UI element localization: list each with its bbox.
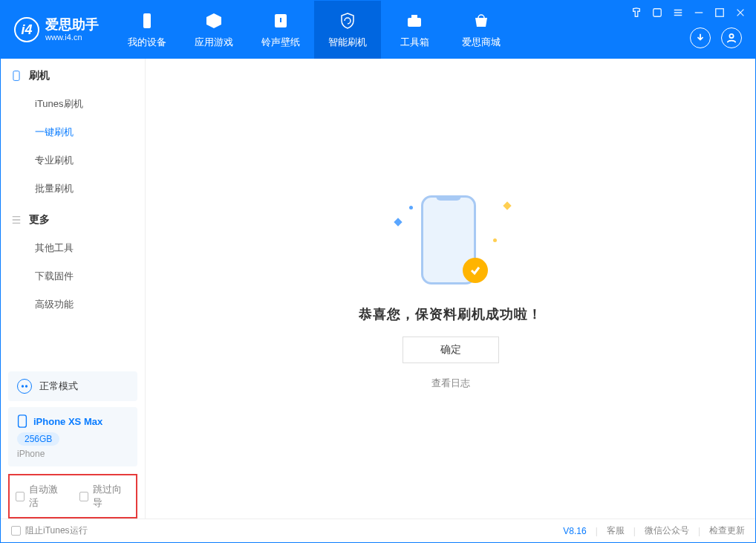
svg-rect-3 (411, 15, 417, 18)
sidebar-section-flash: 刷机 (1, 59, 145, 90)
options-row: 自动激活 跳过向导 (8, 474, 137, 518)
close-icon[interactable] (734, 7, 746, 19)
nav-label: 我的设备 (128, 36, 166, 49)
main-content: 恭喜您，保资料刷机成功啦！ 确定 查看日志 (146, 59, 755, 518)
sidebar-item-download-firmware[interactable]: 下载固件 (1, 262, 145, 290)
device-type: iPhone (17, 449, 128, 459)
checkbox-icon (16, 492, 25, 501)
minimize-icon[interactable] (693, 7, 705, 19)
mode-card[interactable]: 正常模式 (8, 371, 137, 401)
footer-link-update[interactable]: 检查更新 (709, 524, 745, 537)
app-logo: i4 爱思助手 www.i4.cn (1, 1, 114, 59)
sidebar-item-other-tools[interactable]: 其他工具 (1, 234, 145, 262)
phone-icon (17, 414, 27, 428)
footer: 阻止iTunes运行 V8.16 | 客服 | 微信公众号 | 检查更新 (1, 518, 755, 542)
sidebar: 刷机 iTunes刷机 一键刷机 专业刷机 批量刷机 更多 其他工具 下载固件 … (1, 59, 146, 518)
nav-tabs: 我的设备 应用游戏 铃声壁纸 智能刷机 工具箱 爱思商城 (114, 1, 515, 59)
nav-label: 智能刷机 (328, 36, 367, 49)
checkbox-block-itunes[interactable]: 阻止iTunes运行 (11, 524, 88, 537)
sidebar-item-oneclick-flash[interactable]: 一键刷机 (1, 118, 145, 146)
nav-tab-apps[interactable]: 应用游戏 (180, 1, 247, 59)
nav-label: 工具箱 (400, 36, 429, 49)
skin-icon[interactable] (630, 7, 642, 19)
download-button[interactable] (690, 27, 711, 48)
nav-label: 应用游戏 (195, 36, 233, 49)
sidebar-item-batch-flash[interactable]: 批量刷机 (1, 175, 145, 203)
nav-tab-toolbox[interactable]: 工具箱 (381, 1, 448, 59)
checkbox-label: 自动激活 (29, 483, 66, 510)
checkbox-icon (79, 492, 88, 501)
success-illustration (391, 188, 510, 292)
logo-icon: i4 (14, 17, 39, 42)
store-icon (471, 10, 492, 31)
version-label: V8.16 (563, 526, 586, 536)
sidebar-item-itunes-flash[interactable]: iTunes刷机 (1, 90, 145, 118)
menu-icon[interactable] (672, 7, 684, 19)
device-capacity: 256GB (17, 432, 59, 446)
checkbox-icon (11, 526, 21, 536)
view-log-link[interactable]: 查看日志 (431, 377, 470, 390)
mode-icon (17, 379, 32, 394)
ok-button[interactable]: 确定 (403, 336, 499, 363)
device-name: iPhone XS Max (33, 416, 102, 427)
app-subtitle: www.i4.cn (45, 33, 99, 42)
checkbox-label: 跳过向导 (93, 483, 130, 510)
svg-point-8 (22, 385, 24, 387)
toolbox-icon (404, 10, 425, 31)
sidebar-section-more: 更多 (1, 203, 145, 234)
cube-icon (203, 10, 224, 31)
nav-tab-flash[interactable]: 智能刷机 (314, 1, 381, 59)
mode-label: 正常模式 (39, 380, 78, 393)
window-controls (630, 7, 746, 19)
svg-point-9 (25, 385, 27, 387)
check-icon (463, 258, 488, 283)
svg-rect-10 (19, 415, 27, 427)
checkbox-skip-guide[interactable]: 跳过向导 (79, 483, 130, 510)
device-card[interactable]: iPhone XS Max 256GB iPhone (8, 407, 137, 466)
header-actions (690, 27, 742, 48)
nav-label: 铃声壁纸 (261, 36, 300, 49)
success-message: 恭喜您，保资料刷机成功啦！ (359, 305, 542, 323)
svg-rect-0 (143, 13, 151, 28)
sidebar-item-advanced[interactable]: 高级功能 (1, 290, 145, 319)
music-icon (270, 10, 291, 31)
device-icon (137, 10, 157, 31)
sidebar-item-pro-flash[interactable]: 专业刷机 (1, 146, 145, 175)
user-button[interactable] (721, 27, 742, 48)
nav-tab-store[interactable]: 爱思商城 (448, 1, 515, 59)
app-title: 爱思助手 (45, 18, 99, 33)
checkbox-label: 阻止iTunes运行 (25, 524, 88, 537)
footer-link-support[interactable]: 客服 (607, 524, 625, 537)
maximize-icon[interactable] (714, 7, 726, 19)
svg-rect-2 (408, 18, 421, 27)
header: i4 爱思助手 www.i4.cn 我的设备 应用游戏 铃声壁纸 智能刷机 工具… (1, 1, 755, 59)
refresh-shield-icon (337, 10, 358, 31)
feedback-icon[interactable] (651, 7, 663, 19)
list-icon (11, 215, 22, 225)
checkbox-auto-activate[interactable]: 自动激活 (16, 483, 66, 510)
svg-rect-5 (716, 9, 724, 17)
nav-label: 爱思商城 (462, 36, 501, 49)
phone-icon (11, 71, 22, 81)
svg-rect-7 (13, 71, 19, 81)
section-title: 更多 (29, 213, 50, 227)
svg-point-6 (729, 34, 733, 38)
nav-tab-ringtone[interactable]: 铃声壁纸 (247, 1, 314, 59)
footer-link-wechat[interactable]: 微信公众号 (645, 524, 689, 537)
nav-tab-device[interactable]: 我的设备 (114, 1, 180, 59)
section-title: 刷机 (29, 69, 50, 82)
body: 刷机 iTunes刷机 一键刷机 专业刷机 批量刷机 更多 其他工具 下载固件 … (1, 59, 755, 518)
svg-rect-4 (654, 9, 662, 17)
